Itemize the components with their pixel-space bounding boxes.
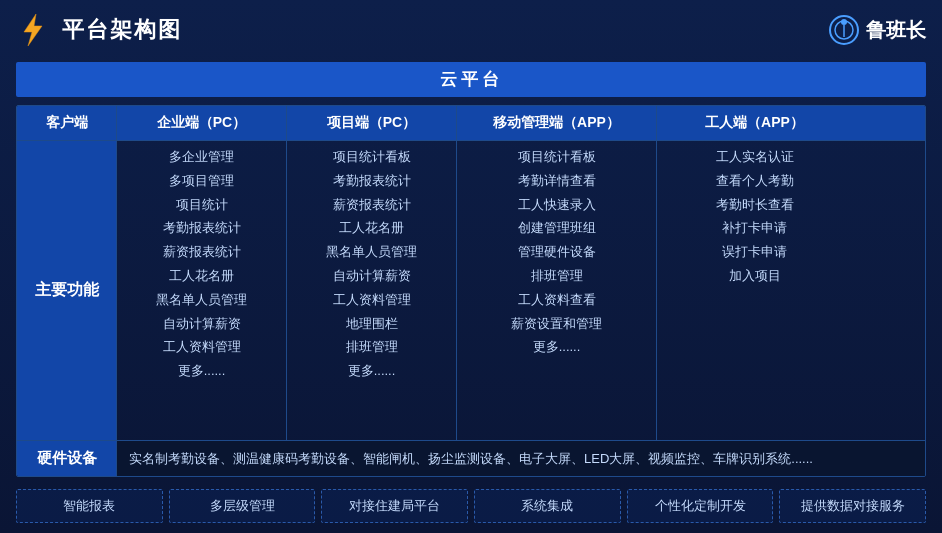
list-item: 查看个人考勤 <box>716 171 794 192</box>
list-item: 工人资料管理 <box>163 337 241 358</box>
list-item: 工人实名认证 <box>716 147 794 168</box>
table-header-row: 客户端 企业端（PC） 项目端（PC） 移动管理端（APP） 工人端（APP） <box>17 106 925 141</box>
list-item: 加入项目 <box>729 266 781 287</box>
brand-icon <box>828 14 860 46</box>
list-item: 工人花名册 <box>169 266 234 287</box>
svg-point-3 <box>841 19 847 25</box>
mobile-features-list: 项目统计看板 考勤详情查看 工人快速录入 创建管理班组 管理硬件设备 排班管理 … <box>465 147 648 358</box>
feature-item-4: 个性化定制开发 <box>627 489 774 523</box>
list-item: 管理硬件设备 <box>518 242 596 263</box>
feature-item-5: 提供数据对接服务 <box>779 489 926 523</box>
hardware-row: 硬件设备 实名制考勤设备、测温健康码考勤设备、智能闸机、扬尘监测设备、电子大屏、… <box>17 440 925 476</box>
list-item: 考勤报表统计 <box>163 218 241 239</box>
brand-logo: 鲁班长 <box>828 14 926 46</box>
list-item: 考勤报表统计 <box>333 171 411 192</box>
list-item: 多企业管理 <box>169 147 234 168</box>
list-item: 考勤详情查看 <box>518 171 596 192</box>
feature-item-3: 系统集成 <box>474 489 621 523</box>
project-features-list: 项目统计看板 考勤报表统计 薪资报表统计 工人花名册 黑名单人员管理 自动计算薪… <box>295 147 448 382</box>
list-item: 黑名单人员管理 <box>326 242 417 263</box>
page-container: 平台架构图 鲁班长 云平台 客户端 企业端（PC） 项目端（PC） 移动管理端（… <box>0 0 942 533</box>
list-item: 自动计算薪资 <box>333 266 411 287</box>
list-item: 排班管理 <box>346 337 398 358</box>
list-item: 考勤时长查看 <box>716 195 794 216</box>
header-left: 平台架构图 <box>16 12 182 48</box>
col-header-worker: 工人端（APP） <box>657 106 852 140</box>
list-item: 排班管理 <box>531 266 583 287</box>
logo-icon <box>16 12 52 48</box>
feature-item-2: 对接住建局平台 <box>321 489 468 523</box>
col-header-project: 项目端（PC） <box>287 106 457 140</box>
hardware-content: 实名制考勤设备、测温健康码考勤设备、智能闸机、扬尘监测设备、电子大屏、LED大屏… <box>117 441 925 476</box>
enterprise-features-list: 多企业管理 多项目管理 项目统计 考勤报表统计 薪资报表统计 工人花名册 黑名单… <box>125 147 278 382</box>
list-item: 误打卡申请 <box>722 242 787 263</box>
main-function-label: 主要功能 <box>17 141 117 440</box>
list-item: 项目统计 <box>176 195 228 216</box>
svg-marker-0 <box>24 14 42 46</box>
list-item: 薪资报表统计 <box>333 195 411 216</box>
col-header-enterprise: 企业端（PC） <box>117 106 287 140</box>
list-item: 项目统计看板 <box>333 147 411 168</box>
table-body-row: 主要功能 多企业管理 多项目管理 项目统计 考勤报表统计 薪资报表统计 工人花名… <box>17 141 925 440</box>
worker-features-cell: 工人实名认证 查看个人考勤 考勤时长查看 补打卡申请 误打卡申请 加入项目 <box>657 141 852 440</box>
feature-item-1: 多层级管理 <box>169 489 316 523</box>
list-item: 薪资报表统计 <box>163 242 241 263</box>
col-header-client: 客户端 <box>17 106 117 140</box>
worker-features-list: 工人实名认证 查看个人考勤 考勤时长查看 补打卡申请 误打卡申请 加入项目 <box>665 147 844 287</box>
list-item: 地理围栏 <box>346 314 398 335</box>
brand-name: 鲁班长 <box>866 17 926 44</box>
feature-item-0: 智能报表 <box>16 489 163 523</box>
list-item: 工人快速录入 <box>518 195 596 216</box>
list-item: 补打卡申请 <box>722 218 787 239</box>
main-table: 客户端 企业端（PC） 项目端（PC） 移动管理端（APP） 工人端（APP） … <box>16 105 926 477</box>
feature-row: 智能报表 多层级管理 对接住建局平台 系统集成 个性化定制开发 提供数据对接服务 <box>16 489 926 523</box>
hardware-label: 硬件设备 <box>17 441 117 476</box>
list-item: 项目统计看板 <box>518 147 596 168</box>
list-item: 工人资料管理 <box>333 290 411 311</box>
list-item: 工人花名册 <box>339 218 404 239</box>
cloud-platform-bar: 云平台 <box>16 62 926 97</box>
list-item: 创建管理班组 <box>518 218 596 239</box>
header: 平台架构图 鲁班长 <box>16 10 926 54</box>
mobile-features-cell: 项目统计看板 考勤详情查看 工人快速录入 创建管理班组 管理硬件设备 排班管理 … <box>457 141 657 440</box>
list-item: 自动计算薪资 <box>163 314 241 335</box>
list-item: 更多...... <box>348 361 396 382</box>
project-features-cell: 项目统计看板 考勤报表统计 薪资报表统计 工人花名册 黑名单人员管理 自动计算薪… <box>287 141 457 440</box>
col-header-mobile: 移动管理端（APP） <box>457 106 657 140</box>
enterprise-features-cell: 多企业管理 多项目管理 项目统计 考勤报表统计 薪资报表统计 工人花名册 黑名单… <box>117 141 287 440</box>
list-item: 薪资设置和管理 <box>511 314 602 335</box>
page-title: 平台架构图 <box>62 15 182 45</box>
list-item: 更多...... <box>533 337 581 358</box>
list-item: 黑名单人员管理 <box>156 290 247 311</box>
list-item: 更多...... <box>178 361 226 382</box>
list-item: 工人资料查看 <box>518 290 596 311</box>
list-item: 多项目管理 <box>169 171 234 192</box>
